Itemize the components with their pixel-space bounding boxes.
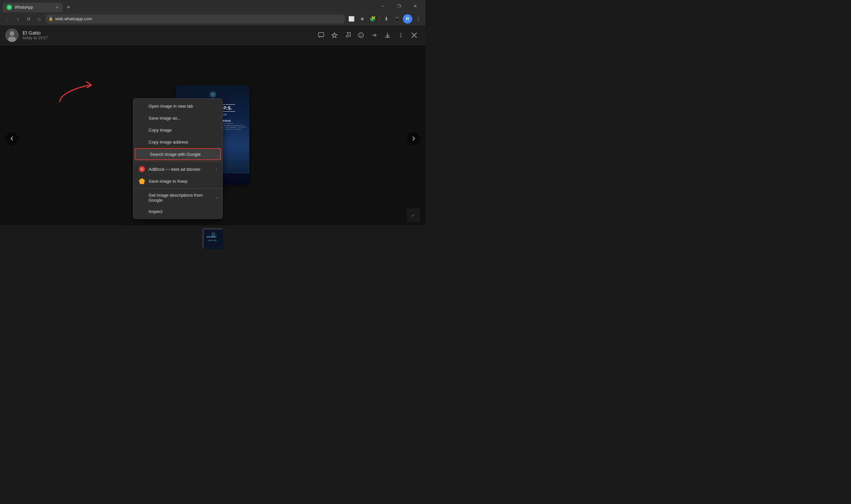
viewer-area: El Gatto today at 19:07	[0, 25, 425, 252]
svg-point-12	[401, 35, 402, 36]
svg-text:GI: GI	[411, 214, 414, 217]
svg-rect-10	[385, 37, 390, 38]
lock-icon: 🔒	[49, 17, 53, 21]
menu-button[interactable]: ⋮	[413, 14, 423, 23]
sender-name: El Gatto	[23, 30, 315, 36]
save-image-as-label: Save image as...	[148, 115, 217, 121]
red-arrow-annotation	[53, 78, 100, 105]
header-actions	[315, 29, 420, 41]
get-descriptions-arrow-icon: ›	[216, 195, 217, 200]
tablet-icon[interactable]: 📱	[392, 14, 402, 23]
extension-icon[interactable]: 🧩	[368, 14, 377, 23]
context-menu-inspect[interactable]: Inspect	[133, 205, 223, 217]
open-new-tab-icon	[139, 103, 145, 109]
next-image-button[interactable]	[407, 132, 420, 145]
context-menu-adblock[interactable]: A AdBlock — best ad blocker ›	[133, 163, 223, 175]
svg-point-9	[362, 34, 362, 35]
context-menu-copy-image-address[interactable]: Copy image address	[133, 136, 223, 148]
adblock-label: AdBlock — best ad blocker	[148, 167, 212, 172]
tab-bar: W WhatsApp ✕ + ─ ❐ ✕	[0, 0, 425, 12]
star-action-button[interactable]	[329, 29, 340, 41]
sender-time: today at 19:07	[23, 36, 315, 40]
adblock-arrow-icon: ›	[216, 167, 217, 172]
save-image-as-icon	[139, 114, 145, 121]
sender-info: El Gatto today at 19:07	[23, 30, 315, 40]
emoji-action-button[interactable]	[355, 29, 367, 41]
context-menu-separator-2	[133, 188, 223, 189]
download-toolbar-icon[interactable]: ⬇	[382, 14, 391, 23]
tab-favicon: W	[7, 5, 12, 10]
keep-logo	[139, 178, 145, 184]
refresh-button[interactable]: ↺	[24, 14, 33, 23]
copy-image-icon	[139, 127, 145, 133]
home-button[interactable]: ⌂	[35, 14, 44, 23]
viewer-header: El Gatto today at 19:07	[0, 25, 425, 45]
forward-action-button[interactable]	[368, 29, 380, 41]
inspect-label: Inspect	[148, 209, 217, 214]
cast-icon[interactable]: ⬜	[347, 14, 356, 23]
prev-image-button[interactable]	[5, 132, 19, 145]
adblock-icon: A	[139, 166, 145, 173]
context-menu-search-image-google[interactable]: Search image with Google	[135, 148, 221, 160]
adblock-logo: A	[139, 166, 145, 172]
new-tab-button[interactable]: +	[64, 3, 73, 12]
more-action-button[interactable]	[395, 29, 407, 41]
svg-point-3	[10, 31, 14, 36]
main-content: El Gatto today at 19:07	[0, 25, 425, 252]
svg-text:SCIENCE FAIR: SCIENCE FAIR	[208, 239, 217, 241]
address-bar-actions: ⬜ ★ 🧩 ⬇ 📱 R ⋮	[347, 14, 423, 23]
svg-point-13	[401, 36, 402, 37]
sender-avatar	[5, 29, 19, 42]
pin-action-button[interactable]	[342, 29, 354, 41]
copy-image-address-icon	[139, 139, 145, 145]
address-bar: ‹ › ↺ ⌂ 🔒 web.whatsapp.com ⬜ ★ 🧩 ⬇ 📱 R ⋮	[0, 12, 425, 25]
svg-rect-19	[203, 229, 224, 249]
minimize-button[interactable]: ─	[376, 1, 391, 11]
search-image-google-label: Search image with Google	[150, 152, 216, 157]
svg-point-4	[8, 37, 16, 42]
forward-button[interactable]: ›	[13, 14, 23, 23]
download-action-button[interactable]	[382, 29, 394, 41]
copy-image-address-label: Copy image address	[148, 140, 217, 145]
search-image-google-icon	[140, 151, 147, 158]
context-menu-save-image-as[interactable]: Save image as...	[133, 112, 223, 124]
context-menu-open-new-tab[interactable]: Open image in new tab	[133, 100, 223, 112]
context-menu-get-descriptions[interactable]: Get image descriptions from Google ›	[133, 190, 223, 205]
keep-icon	[139, 178, 145, 184]
back-button[interactable]: ‹	[3, 14, 12, 23]
browser-frame: W WhatsApp ✕ + ─ ❐ ✕ ‹ › ↺ ⌂ 🔒 web.whats…	[0, 0, 425, 252]
window-controls: ─ ❐ ✕	[376, 1, 423, 12]
thumbnail-item[interactable]: WOODRUFF SCIENCE FAIR	[203, 229, 223, 249]
tab-title: WhatsApp	[15, 5, 52, 10]
get-descriptions-label: Get image descriptions from Google	[148, 193, 212, 203]
tab-close-button[interactable]: ✕	[54, 5, 60, 10]
comment-action-button[interactable]	[315, 29, 327, 41]
watermark: GI	[407, 209, 420, 222]
url-bar[interactable]: 🔒 web.whatsapp.com	[45, 14, 345, 23]
save-to-keep-label: Save image to Keep	[148, 179, 217, 184]
open-new-tab-label: Open image in new tab	[148, 104, 217, 109]
svg-text:W: W	[8, 6, 11, 8]
context-menu-separator-1	[133, 161, 223, 162]
svg-text:WOODRUFF: WOODRUFF	[207, 236, 216, 238]
inspect-icon	[139, 208, 145, 215]
active-tab[interactable]: W WhatsApp ✕	[3, 3, 63, 12]
close-button[interactable]: ✕	[408, 1, 423, 11]
profile-button[interactable]: R	[403, 14, 412, 23]
copy-image-label: Copy image	[148, 128, 217, 132]
context-menu-copy-image[interactable]: Copy image	[133, 124, 223, 136]
context-menu: Open image in new tab Save image as... C…	[133, 98, 223, 219]
svg-point-11	[401, 33, 402, 34]
maximize-button[interactable]: ❐	[392, 1, 407, 11]
thumbnail-strip: WOODRUFF SCIENCE FAIR	[0, 225, 425, 252]
get-descriptions-icon	[139, 194, 145, 201]
url-text: web.whatsapp.com	[55, 16, 342, 21]
bookmark-icon[interactable]: ★	[357, 14, 367, 23]
close-viewer-button[interactable]	[408, 29, 420, 41]
svg-rect-5	[318, 33, 324, 37]
svg-point-8	[360, 34, 361, 35]
context-menu-save-to-keep[interactable]: Save image to Keep	[133, 175, 223, 187]
toolbar-divider	[379, 16, 379, 22]
svg-point-7	[359, 33, 364, 38]
